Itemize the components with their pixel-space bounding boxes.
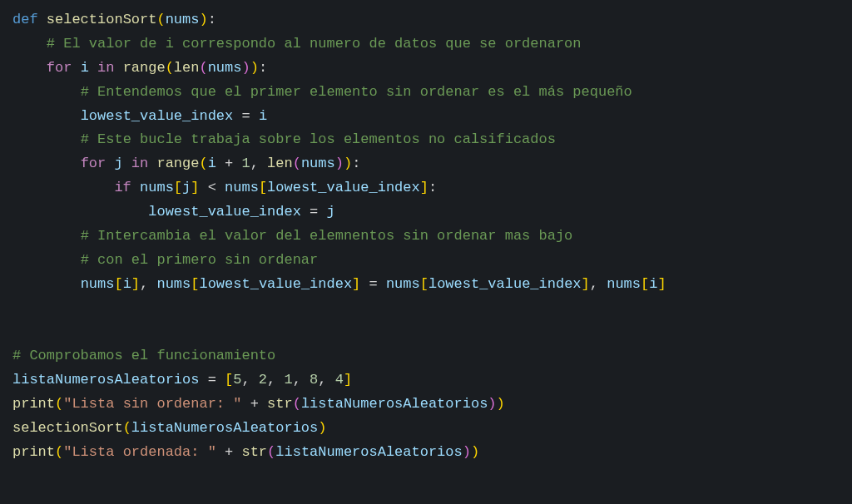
comma: , (590, 276, 607, 292)
builtin-print: print (12, 444, 55, 460)
code-line-blank (12, 321, 840, 345)
comma: , (318, 372, 334, 388)
variable: j (182, 180, 191, 195)
bracket: ( (199, 60, 207, 76)
variable: lowest_value_index (199, 276, 352, 292)
bracket: [ (641, 276, 649, 292)
variable: i (123, 276, 131, 292)
code-line: # El valor de i correspondo al numero de… (12, 32, 840, 57)
comment: # Este bucle trabaja sobre los elementos… (81, 131, 556, 147)
code-line: lowest_value_index = i (12, 105, 840, 129)
bracket: ] (582, 276, 590, 292)
code-line: print("Lista sin ordenar: " + str(listaN… (12, 393, 840, 417)
bracket: ) (463, 444, 471, 460)
keyword-if: if (114, 180, 131, 195)
keyword-for: for (81, 156, 106, 171)
keyword-def: def (12, 12, 38, 27)
bracket: ) (335, 156, 344, 171)
bracket: [ (114, 276, 122, 292)
number: 5 (233, 372, 241, 388)
bracket: [ (420, 276, 428, 292)
builtin-range: range (123, 60, 166, 76)
operator: = (233, 108, 259, 124)
colon: : (208, 12, 216, 27)
builtin-range: range (156, 156, 199, 171)
comma: , (250, 156, 267, 171)
variable: nums (156, 276, 191, 292)
comment: # Entendemos que el primer elemento sin … (81, 84, 632, 100)
code-line: # con el primero sin ordenar (12, 249, 840, 273)
bracket: ] (657, 276, 666, 292)
bracket: ) (318, 420, 326, 436)
code-editor[interactable]: def selectionSort(nums): # El valor de i… (12, 8, 840, 465)
operator: + (216, 444, 242, 460)
variable: listaNumerosAleatorios (131, 420, 318, 436)
function-call: selectionSort (12, 420, 123, 436)
number: 1 (284, 372, 292, 388)
variable: listaNumerosAleatorios (12, 372, 199, 388)
keyword-in: in (97, 60, 114, 76)
bracket: ] (420, 180, 428, 195)
bracket: ] (191, 180, 199, 195)
operator: = (199, 372, 225, 388)
code-line: selectionSort(listaNumerosAleatorios) (12, 417, 840, 441)
variable: lowest_value_index (428, 276, 582, 292)
bracket: ) (471, 444, 479, 460)
comment: # El valor de i correspondo al numero de… (47, 36, 582, 52)
number: 4 (335, 372, 344, 388)
code-line: def selectionSort(nums): (12, 8, 840, 32)
code-line: lowest_value_index = j (12, 200, 840, 225)
colon: : (352, 156, 360, 171)
code-line: listaNumerosAleatorios = [5, 2, 1, 8, 4] (12, 368, 840, 393)
variable: nums (301, 156, 335, 171)
colon: : (428, 180, 437, 195)
colon: : (259, 60, 267, 76)
variable: i (81, 60, 89, 76)
bracket: ] (131, 276, 140, 292)
code-line: for i in range(len(nums)): (12, 57, 840, 81)
variable: j (326, 204, 334, 220)
variable: lowest_value_index (148, 204, 301, 220)
function-name: selectionSort (47, 12, 157, 27)
variable: i (259, 108, 267, 124)
parameter: nums (166, 12, 200, 27)
builtin-print: print (12, 396, 55, 412)
bracket: ) (497, 396, 505, 412)
comment: # Intercambia el valor del elemnentos si… (81, 228, 573, 244)
bracket: [ (174, 180, 182, 195)
operator: < (199, 180, 225, 195)
bracket: ( (199, 156, 207, 171)
bracket: ) (488, 396, 496, 412)
operator: + (241, 396, 267, 412)
comment: # con el primero sin ordenar (81, 252, 319, 268)
builtin-str: str (241, 444, 267, 460)
code-line: # Este bucle trabaja sobre los elementos… (12, 128, 840, 152)
variable: nums (140, 180, 174, 195)
variable: nums (607, 276, 641, 292)
code-line: # Entendemos que el primer elemento sin … (12, 81, 840, 105)
comma: , (293, 372, 310, 388)
bracket: ) (344, 156, 352, 171)
bracket: ( (55, 396, 63, 412)
comma: , (267, 372, 284, 388)
string: "Lista ordenada: " (63, 444, 216, 460)
variable: nums (81, 276, 115, 292)
comma: , (241, 372, 258, 388)
bracket: ( (166, 60, 174, 76)
code-line: if nums[j] < nums[lowest_value_index]: (12, 176, 840, 200)
bracket: ( (156, 12, 165, 27)
code-line-blank (12, 297, 840, 321)
builtin-len: len (267, 156, 293, 171)
variable: i (208, 156, 216, 171)
operator: = (360, 276, 386, 292)
builtin-len: len (174, 60, 200, 76)
variable: nums (386, 276, 420, 292)
builtin-str: str (267, 396, 293, 412)
operator: = (301, 204, 327, 220)
bracket: ] (344, 372, 352, 388)
variable: listaNumerosAleatorios (301, 396, 488, 412)
variable: lowest_value_index (267, 180, 420, 195)
keyword-in: in (131, 156, 148, 171)
variable: lowest_value_index (81, 108, 234, 124)
variable: i (649, 276, 657, 292)
